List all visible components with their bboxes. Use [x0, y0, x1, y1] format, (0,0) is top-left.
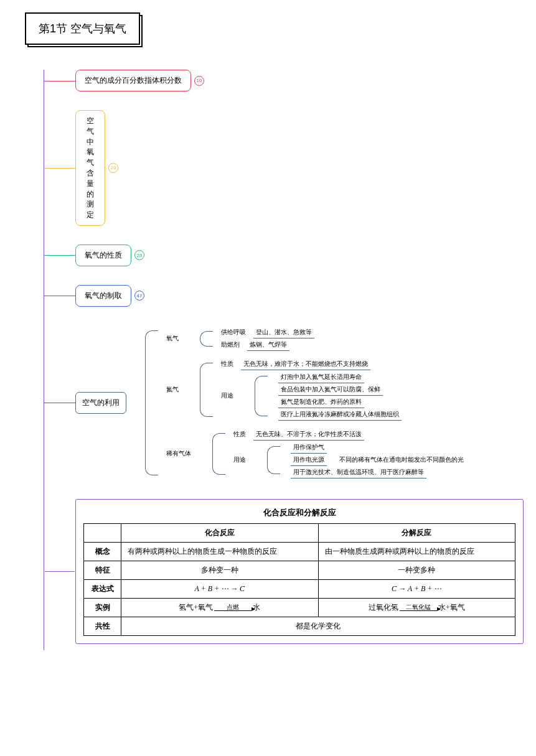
cell: 由一种物质生成两种或两种以上的物质的反应: [318, 542, 515, 561]
node-measure[interactable]: 空气中氧气含量的测定 28: [75, 110, 105, 226]
item-detail: 炼钢、气焊等: [247, 339, 289, 351]
badge-count: 10: [194, 76, 204, 86]
branch-preparation: 氧气的制取 47: [44, 285, 524, 307]
row-head: 实例: [84, 598, 121, 617]
item-label: 助燃剂: [219, 340, 242, 349]
cell: 多种变一种: [121, 561, 319, 579]
node-preparation[interactable]: 氧气的制取 47: [75, 285, 131, 307]
node-label: 氧气的制取: [85, 291, 122, 300]
uses-label: 用途: [219, 391, 236, 400]
use-item: 用作保护气: [291, 442, 327, 454]
reactant: 氢气+氧气: [179, 602, 213, 613]
badge-count: 28: [108, 163, 118, 173]
branch-reactions-table: 化合反应和分解反应 化合反应 分解反应 概念 有两种或两种以上的物质生成一种物质…: [75, 499, 524, 644]
table-row: 特征 多种变一种 一种变多种: [84, 561, 515, 579]
table-row: 化合反应 分解反应: [84, 523, 515, 542]
node-label: 空气的成分百分数指体积分数: [85, 76, 182, 85]
cell-reaction-1: 氢气+氧气 点燃 水: [121, 598, 319, 617]
table-row: 表达式 A + B + ⋯ → C C → A + B + ⋯: [84, 579, 515, 598]
uses-label: 用途: [231, 455, 248, 464]
use-item: 用作电光源: [291, 454, 327, 466]
branch-composition: 空气的成分百分数指体积分数 10: [44, 70, 524, 91]
header-empty: [84, 523, 121, 542]
cell: 都是化学变化: [121, 617, 515, 635]
arrow-icon: [400, 610, 437, 611]
header-decomposition: 分解反应: [318, 523, 515, 542]
branch-utilization: 空气的利用 氧气 供给呼吸登山、潜水、急救等 助燃剂炼钢、气焊等 氮气 性质无: [44, 325, 524, 480]
table-row: 实例 氢气+氧气 点燃 水 过氧化氢 二氧化锰 水+氧气: [84, 598, 515, 617]
row-head: 共性: [84, 617, 121, 635]
badge-count: 47: [134, 291, 144, 301]
cell-reaction-2: 过氧化氢 二氧化锰 水+氧气: [318, 598, 515, 617]
badge-count: 28: [134, 250, 144, 260]
branch-properties: 氧气的性质 28: [44, 245, 524, 266]
table-title: 化合反应和分解反应: [83, 507, 515, 518]
row-head: 表达式: [84, 579, 121, 598]
product: 水+氧气: [438, 602, 465, 613]
condition: 二氧化锰: [406, 604, 431, 610]
cell: C → A + B + ⋯: [318, 579, 515, 598]
node-utilization[interactable]: 空气的利用: [75, 392, 126, 414]
prop-label: 性质: [231, 430, 248, 439]
reactant: 过氧化氢: [369, 602, 398, 613]
row-head: 特征: [84, 561, 121, 579]
use-extra: 不同的稀有气体在通电时能发出不同颜色的光: [339, 455, 464, 464]
gas-name: 稀有气体: [164, 449, 194, 458]
use-item: 医疗上用液氮冷冻麻醉或冷藏人体细胞组织: [278, 409, 402, 421]
arrow-icon: [214, 610, 252, 611]
subtree-oxygen: 氧气 供给呼吸登山、潜水、急救等 助燃剂炼钢、气焊等: [164, 326, 464, 352]
node-composition[interactable]: 空气的成分百分数指体积分数 10: [75, 70, 191, 91]
node-label: 空气的利用: [82, 398, 120, 407]
item-label: 供给呼吸: [219, 328, 248, 337]
cell: 一种变多种: [318, 561, 515, 579]
use-item: 氮气是制造化肥、炸药的原料: [278, 396, 364, 408]
node-label: 氧气的性质: [85, 251, 122, 259]
gas-name: 氮气: [164, 385, 181, 394]
root-title: 第1节 空气与氧气: [25, 12, 140, 45]
prop-detail: 无色无味，难溶于水；不能燃烧也不支持燃烧: [241, 358, 370, 370]
prop-detail: 无色无味、不溶于水；化学性质不活泼: [253, 429, 364, 441]
use-item: 食品包装中加入氮气可以防腐、保鲜: [278, 384, 383, 396]
cell: A + B + ⋯ → C: [121, 579, 319, 598]
prop-label: 性质: [219, 360, 236, 368]
use-item: 用于激光技术、制造低温环境、用于医疗麻醉等: [291, 467, 426, 478]
item-detail: 登山、潜水、急救等: [253, 327, 314, 338]
cell: 有两种或两种以上的物质生成一种物质的反应: [121, 542, 319, 561]
branch-measure: 空气中氧气含量的测定 28: [44, 110, 524, 226]
gas-name: 氧气: [164, 334, 181, 343]
subtree-gases: 氧气 供给呼吸登山、潜水、急救等 助燃剂炼钢、气焊等 氮气 性质无色无味，难溶于…: [145, 325, 464, 480]
node-label: 空气中氧气含量的测定: [87, 116, 94, 219]
subtree-nitrogen: 氮气 性质无色无味，难溶于水；不能燃烧也不支持燃烧 用途 灯泡中加入氮气延长适用…: [164, 358, 464, 422]
reactions-table: 化合反应 分解反应 概念 有两种或两种以上的物质生成一种物质的反应 由一种物质生…: [83, 523, 515, 636]
main-spine: 空气的成分百分数指体积分数 10 空气中氧气含量的测定 28 氧气的性质 28 …: [44, 70, 524, 650]
header-combination: 化合反应: [121, 523, 319, 542]
table-row: 概念 有两种或两种以上的物质生成一种物质的反应 由一种物质生成两种或两种以上的物…: [84, 542, 515, 561]
table-row: 共性 都是化学变化: [84, 617, 515, 635]
node-properties[interactable]: 氧气的性质 28: [75, 245, 131, 266]
subtree-noble: 稀有气体 性质无色无味、不溶于水；化学性质不活泼 用途 用作保护气 用作电光源不…: [164, 428, 464, 480]
condition: 点燃: [227, 604, 239, 610]
use-item: 灯泡中加入氮气延长适用寿命: [278, 371, 364, 383]
row-head: 概念: [84, 542, 121, 561]
